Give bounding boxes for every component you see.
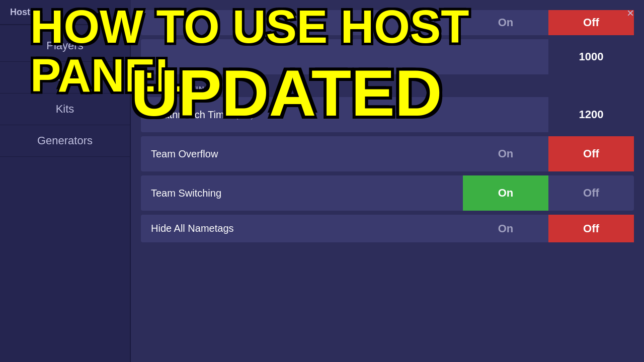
deathmatch-time-row: Deathmatch Time (sec) 1200 [141,97,634,132]
top-off-button[interactable]: Off [548,10,634,35]
team-switching-row: Team Switching On Off [141,175,634,211]
panel-title-text: Host [10,7,30,18]
sidebar-item-generators[interactable]: Generators [0,125,130,157]
content-area: On Off 1000 MATCH SETTINGS Deathmatch Ti… [131,0,644,362]
match-settings-header: MATCH SETTINGS [141,78,634,97]
hide-nametags-label: Hide All Nametags [141,223,463,234]
score-value[interactable]: 1000 [548,39,634,74]
hide-nametags-on-button[interactable]: On [463,215,548,242]
close-button[interactable]: × [627,6,634,20]
hide-nametags-row: Hide All Nametags On Off [141,215,634,242]
sidebar-item-kits[interactable]: Kits [0,94,130,125]
team-overflow-off-button[interactable]: Off [548,136,634,171]
top-on-button[interactable]: On [463,10,548,35]
sidebar-item-items[interactable]: Items [0,62,130,94]
team-switching-off-button[interactable]: Off [548,175,634,211]
deathmatch-time-label: Deathmatch Time (sec) [141,109,548,121]
score-row: 1000 [141,39,634,74]
sidebar: Host Players Items Kits Generators [0,0,131,362]
team-switching-on-button[interactable]: On [463,175,548,211]
host-panel: Host Players Items Kits Generators × On … [0,0,644,362]
hide-nametags-off-button[interactable]: Off [548,215,634,242]
panel-title: Host [0,0,131,25]
top-row: On Off [141,10,634,35]
deathmatch-time-value[interactable]: 1200 [548,97,634,132]
sidebar-item-players[interactable]: Players [0,30,130,62]
team-overflow-row: Team Overflow On Off [141,136,634,171]
team-overflow-label: Team Overflow [141,148,463,160]
team-switching-label: Team Switching [141,188,463,199]
team-overflow-on-button[interactable]: On [463,136,548,171]
